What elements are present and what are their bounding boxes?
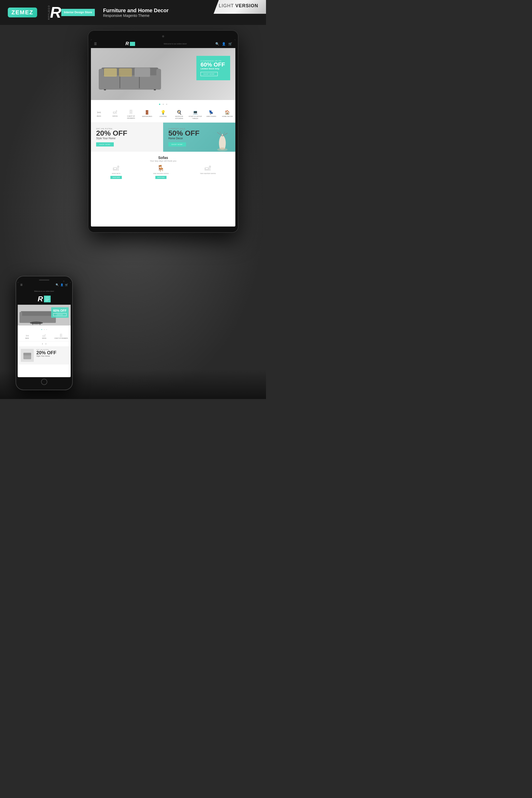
brand-r-logo: REFLEGO R Interior Design Store bbox=[48, 5, 95, 20]
tablet-homedecor-label: HOME DECOR bbox=[219, 116, 235, 118]
phone-dot-1[interactable] bbox=[41, 329, 42, 330]
phone-frame: ☰ 🔍 👤 🛒 Welcome to our online store! R I… bbox=[16, 276, 73, 390]
tablet-category-kitchens[interactable]: 🍳 MODULAR KITCHENS bbox=[171, 110, 187, 120]
tablet-vase-image bbox=[214, 131, 230, 152]
tablet-dot-2[interactable] bbox=[163, 103, 164, 105]
tablet-promo-left-btn[interactable]: SHOP NOW! bbox=[96, 142, 114, 147]
tablet-category-tables[interactable]: 💻 STUDY & LAPTOP TABLES bbox=[187, 110, 203, 120]
tablet-sofa-types: 🛋 SOFA SETS SHOP NOW 🪑 ONE SEATER SOFAS … bbox=[95, 165, 231, 179]
zemez-logo[interactable]: ZEMEZ bbox=[8, 7, 37, 17]
svg-rect-11 bbox=[156, 69, 161, 90]
phone-category-beds[interactable]: 🛏 BEDS bbox=[19, 334, 36, 339]
phone-hero-dots bbox=[18, 325, 71, 332]
svg-rect-29 bbox=[33, 322, 33, 325]
tablet-lighting-label: LIGHTING bbox=[155, 116, 171, 118]
tablet-two-seater-icon: 🛋 bbox=[200, 165, 216, 172]
tablet-sofas-label: SOFAS bbox=[107, 115, 123, 117]
phone-nav-arrows: ‹ › bbox=[18, 341, 71, 346]
tablet-category-armchairs[interactable]: 💺 ARM CHAIRS bbox=[203, 110, 219, 120]
tablet-promo-right-btn[interactable]: SHOP NOW! bbox=[168, 142, 186, 147]
tablet-armchairs-label: ARM CHAIRS bbox=[203, 116, 219, 118]
tablet-category-lighting[interactable]: 💡 LIGHTING bbox=[155, 110, 171, 120]
phone-chest-icon: 🗄 bbox=[53, 334, 70, 338]
tablet-frame: ☰ R Welcome to our online store! 🔍 👤 🛒 bbox=[88, 30, 239, 233]
tablet-category-chest[interactable]: 🗄 CHEST OF DRAWERS bbox=[123, 110, 139, 120]
phone-chest-label: CHEST OF DRAWERS bbox=[53, 338, 70, 339]
tablet-kitchens-icon: 🍳 bbox=[171, 110, 187, 115]
svg-rect-12 bbox=[104, 68, 117, 77]
svg-rect-14 bbox=[135, 68, 150, 77]
tablet-promo-left-title: Style Your Home bbox=[96, 137, 158, 140]
svg-rect-13 bbox=[119, 68, 132, 77]
brand-section: REFLEGO R Interior Design Store Furnitur… bbox=[48, 5, 169, 20]
phone-categories: 🛏 BEDS 🛋 SOFAS 🗄 CHEST OF DRAWERS bbox=[18, 332, 71, 341]
tablet-search-icon[interactable]: 🔍 bbox=[215, 42, 219, 46]
tablet-category-homedecor[interactable]: 🏠 HOME DECOR bbox=[219, 110, 235, 120]
tablet-tables-label: STUDY & LAPTOP TABLES bbox=[187, 116, 203, 120]
tablet-promo-left: GET AN EXTRA 20% OFF Style Your Home SHO… bbox=[91, 122, 163, 152]
tablet-shop-now-button[interactable]: SHOP NOW! bbox=[201, 72, 218, 76]
tablet-category-wardrobes[interactable]: 🚪 WARDROBES bbox=[139, 110, 155, 120]
svg-rect-26 bbox=[19, 312, 22, 323]
tablet-sofa-sets-btn[interactable]: SHOP NOW bbox=[110, 176, 122, 179]
phone-shop-btn[interactable]: SHOP NOW bbox=[53, 313, 66, 316]
phone-nav-icons: 🔍 👤 🛒 bbox=[56, 283, 68, 286]
phone-prev-arrow[interactable]: ‹ bbox=[42, 342, 43, 345]
tablet-categories: 🛏 BEDS 🛋 SOFAS 🗄 CHEST OF DRAWERS 🚪 WARD… bbox=[91, 107, 235, 122]
tablet-promo-percent: 60% OFF bbox=[201, 62, 226, 68]
tablet-camera bbox=[162, 35, 164, 37]
tablet-two-seater[interactable]: 🛋 TWO SEATER SOFAS bbox=[200, 165, 216, 179]
tablet-nav: ☰ R Welcome to our online store! 🔍 👤 🛒 bbox=[91, 39, 235, 48]
product-subtitle: Responsive Magento Theme bbox=[103, 14, 169, 18]
phone-dot-2[interactable] bbox=[44, 329, 45, 330]
phone-nav: ☰ 🔍 👤 🛒 bbox=[18, 282, 71, 288]
tablet-nav-icons: 🔍 👤 🛒 bbox=[215, 42, 232, 46]
tablet-sofas-subtitle: Your lazy days will thank you bbox=[95, 160, 231, 162]
phone-category-sofas[interactable]: 🛋 SOFAS bbox=[36, 334, 53, 339]
tablet-r-letter: R bbox=[126, 41, 129, 46]
tablet-one-seater[interactable]: 🪑 ONE SEATER SOFAS SHOP NOW bbox=[153, 165, 169, 179]
phone-cart-icon[interactable]: 🛒 bbox=[65, 283, 68, 286]
tablet-category-beds[interactable]: 🛏 BEDS bbox=[91, 110, 107, 120]
tablet-sofa-image bbox=[96, 53, 164, 95]
svg-line-19 bbox=[217, 132, 222, 136]
phone-home-button[interactable] bbox=[41, 379, 47, 385]
tablet-one-seater-icon: 🪑 bbox=[153, 165, 169, 172]
tablet-beds-label: BEDS bbox=[91, 115, 107, 117]
phone-category-chest[interactable]: 🗄 CHEST OF DRAWERS bbox=[53, 334, 70, 339]
phone-beds-label: BEDS bbox=[19, 338, 36, 339]
phone-logo-area: R InteriorDesignStore bbox=[18, 293, 71, 305]
svg-rect-15 bbox=[104, 89, 106, 90]
tablet-homedecor-icon: 🏠 bbox=[219, 110, 235, 115]
phone-promo-overlay: 60% OFF SHOP NOW bbox=[51, 307, 69, 318]
reflego-text: REFLEGO bbox=[48, 5, 50, 20]
svg-rect-33 bbox=[23, 353, 31, 355]
tablet-nav-box bbox=[130, 42, 135, 46]
light-version-badge: LIGHT VERSION bbox=[213, 0, 266, 14]
tablet-category-sofas[interactable]: 🛋 SOFAS bbox=[107, 110, 123, 120]
tablet-dot-3[interactable] bbox=[166, 103, 167, 105]
tablet-cart-icon[interactable]: 🛒 bbox=[228, 42, 232, 46]
tablet-kitchens-label: MODULAR KITCHENS bbox=[171, 116, 187, 120]
phone-device: ☰ 🔍 👤 🛒 Welcome to our online store! R I… bbox=[16, 276, 73, 390]
phone-user-icon[interactable]: 👤 bbox=[60, 283, 63, 286]
phone-logo-box: InteriorDesignStore bbox=[44, 296, 51, 302]
phone-speaker bbox=[39, 280, 49, 281]
svg-point-28 bbox=[30, 322, 43, 324]
tablet-hamburger-icon[interactable]: ☰ bbox=[94, 42, 97, 46]
phone-promo-image bbox=[21, 349, 34, 362]
tablet-sofa-sets[interactable]: 🛋 SOFA SETS SHOP NOW bbox=[110, 165, 122, 179]
tablet-dot-1[interactable] bbox=[159, 103, 160, 105]
phone-beds-icon: 🛏 bbox=[19, 334, 36, 338]
tablet-one-seater-btn[interactable]: SHOP NOW bbox=[155, 176, 167, 179]
tablet-promo-sub: Limited Stock Only bbox=[201, 68, 226, 70]
phone-next-arrow[interactable]: › bbox=[45, 342, 46, 345]
phone-dot-3[interactable] bbox=[46, 329, 47, 330]
tablet-wardrobes-icon: 🚪 bbox=[139, 110, 155, 115]
phone-search-icon[interactable]: 🔍 bbox=[56, 283, 59, 286]
main-content: ☰ R Welcome to our online store! 🔍 👤 🛒 bbox=[0, 25, 266, 399]
tablet-hero-dots bbox=[91, 100, 235, 107]
tablet-user-icon[interactable]: 👤 bbox=[222, 42, 226, 46]
brand-box: Interior Design Store bbox=[61, 9, 95, 16]
phone-hamburger-icon[interactable]: ☰ bbox=[20, 283, 23, 286]
